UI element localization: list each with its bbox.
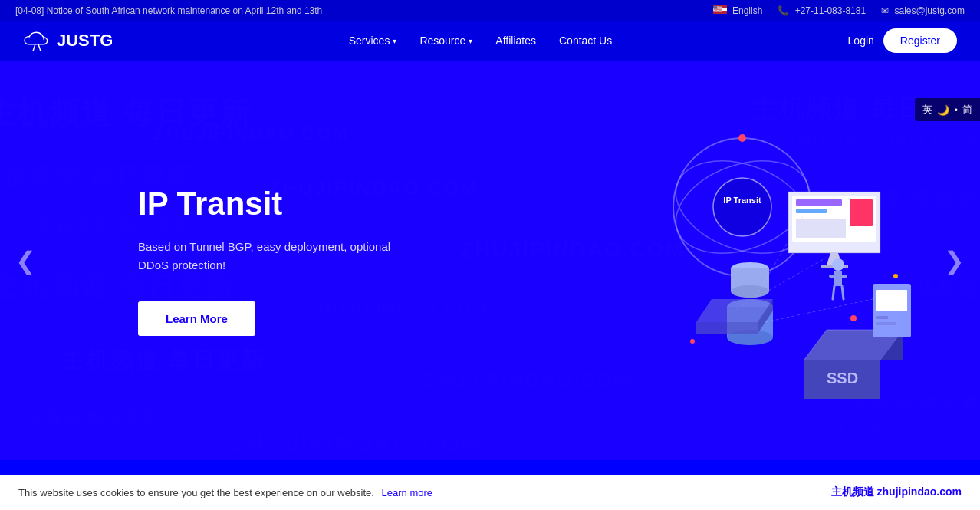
nav-resource[interactable]: Resource ▾ <box>419 35 472 47</box>
email-contact: ✉ sales@justg.com <box>881 5 965 16</box>
next-slide-button[interactable]: ❯ <box>936 239 972 283</box>
email-icon: ✉ <box>881 5 889 16</box>
nav-contact[interactable]: Contact Us <box>559 35 612 47</box>
cookie-bar: This website uses cookies to ensure you … <box>0 475 980 510</box>
language-selector[interactable]: 🇺🇸 English <box>713 5 763 16</box>
cookie-right-text: 主机频道 zhujipindao.com <box>831 485 962 499</box>
language-float-selector[interactable]: 英 🌙 • 简 <box>915 98 980 121</box>
top-bar-right: 🇺🇸 English 📞 +27-11-083-8181 ✉ sales@jus… <box>713 5 965 16</box>
svg-rect-30 <box>876 322 896 325</box>
hero-section: 主机频道 每日更新 ZHUJIPINDAO.COM 主机频道 每日更新 ZHUJ… <box>0 61 980 460</box>
svg-point-43 <box>690 339 695 344</box>
nav-affiliates[interactable]: Affiliates <box>495 35 536 47</box>
email-address: sales@justg.com <box>894 5 965 16</box>
notice-text: [04-08] Notice of South African network … <box>15 5 322 16</box>
register-button[interactable]: Register <box>883 28 957 53</box>
svg-point-5 <box>713 178 771 236</box>
hero-illustration: IP Transit <box>574 84 942 452</box>
nav-services[interactable]: Services ▾ <box>349 35 397 47</box>
cookie-learn-more-link[interactable]: Learn more <box>382 487 432 498</box>
hero-description: Based on Tunnel BGP, easy deployment, op… <box>138 238 422 275</box>
svg-point-7 <box>738 134 746 142</box>
lang-option-moon[interactable]: 🌙 <box>937 104 949 116</box>
navbar: JUSTG Services ▾ Resource ▾ Affiliates C… <box>0 21 980 61</box>
phone-contact: 📞 +27-11-083-8181 <box>778 5 866 16</box>
svg-line-40 <box>833 286 834 299</box>
flag-icon: 🇺🇸 <box>713 5 727 14</box>
hero-content: IP Transit Based on Tunnel BGP, easy dep… <box>0 140 422 382</box>
svg-point-26 <box>731 285 769 298</box>
svg-rect-14 <box>796 219 846 238</box>
svg-rect-38 <box>834 271 842 286</box>
prev-slide-button[interactable]: ❮ <box>8 239 44 283</box>
svg-point-42 <box>850 315 857 321</box>
logo[interactable]: JUSTG <box>23 30 113 51</box>
svg-line-0 <box>33 44 35 51</box>
svg-rect-29 <box>876 316 888 319</box>
svg-rect-12 <box>796 209 827 213</box>
cookie-message: This website uses cookies to ensure you … <box>18 487 432 498</box>
login-button[interactable]: Login <box>848 35 874 47</box>
learn-more-button[interactable]: Learn More <box>138 301 255 336</box>
phone-icon: 📞 <box>778 5 789 16</box>
nav-links: Services ▾ Resource ▾ Affiliates Contact… <box>349 35 613 47</box>
isometric-illustration: IP Transit <box>574 84 942 452</box>
nav-actions: Login Register <box>848 28 957 53</box>
lang-dot: • <box>954 104 958 116</box>
svg-line-41 <box>842 286 844 299</box>
lang-option-simplified[interactable]: 简 <box>962 103 972 117</box>
logo-icon <box>23 30 51 51</box>
svg-point-37 <box>832 258 844 271</box>
hero-title: IP Transit <box>138 186 422 222</box>
logo-text: JUSTG <box>57 31 113 51</box>
language-label: English <box>732 5 762 16</box>
svg-text:SSD: SSD <box>827 370 858 387</box>
svg-rect-13 <box>850 199 873 226</box>
svg-marker-35 <box>696 322 758 334</box>
chevron-down-icon: ▾ <box>469 37 472 45</box>
svg-line-32 <box>765 299 873 322</box>
svg-point-44 <box>893 274 898 278</box>
svg-text:IP Transit: IP Transit <box>723 196 761 205</box>
svg-rect-11 <box>796 199 842 206</box>
svg-line-1 <box>38 44 41 51</box>
lang-option-english[interactable]: 英 <box>922 103 932 117</box>
chevron-down-icon: ▾ <box>393 37 396 45</box>
svg-rect-28 <box>876 290 907 311</box>
phone-number: +27-11-083-8181 <box>795 5 866 16</box>
top-bar: [04-08] Notice of South African network … <box>0 0 980 21</box>
